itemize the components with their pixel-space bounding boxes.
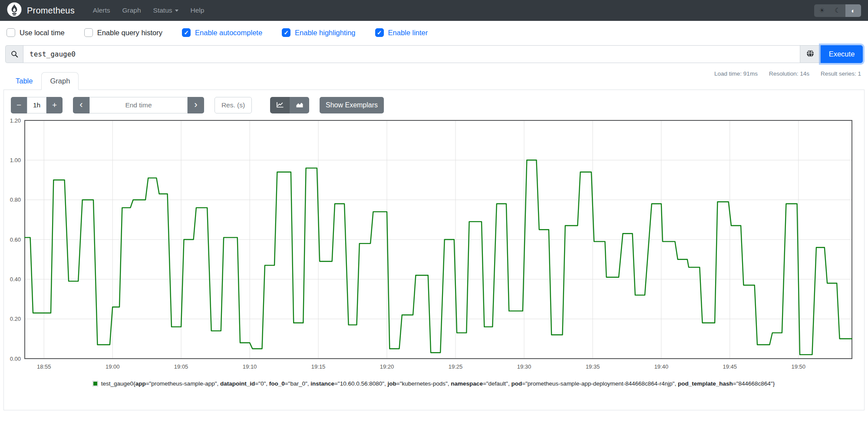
auto-theme-button[interactable]: ◐ (845, 4, 861, 17)
result-series: Result series: 1 (821, 70, 861, 77)
svg-text:19:50: 19:50 (792, 363, 806, 370)
decrease-range-button[interactable]: − (11, 97, 27, 113)
nav-link-graph[interactable]: Graph (116, 7, 147, 14)
execute-button[interactable]: Execute (821, 45, 863, 63)
option-enable-highlighting[interactable]: ✓ Enable highlighting (282, 28, 355, 37)
option-label: Enable autocomplete (195, 29, 262, 37)
svg-text:18:55: 18:55 (37, 363, 51, 370)
query-bar: Execute (5, 45, 863, 63)
svg-text:19:10: 19:10 (243, 363, 257, 370)
graph-panel: − + ‹ › Show Exemplars 0.000.200.400. (3, 90, 865, 410)
svg-text:19:40: 19:40 (654, 363, 669, 370)
load-time: Load time: 91ms (714, 70, 758, 77)
svg-text:19:20: 19:20 (380, 363, 394, 370)
svg-text:1.00: 1.00 (10, 157, 21, 163)
svg-text:19:25: 19:25 (449, 363, 463, 370)
svg-text:19:00: 19:00 (106, 363, 120, 370)
legend-text: test_gauge0{app="prometheus-sample-app",… (101, 380, 775, 387)
end-time-input[interactable] (89, 97, 188, 113)
moon-icon: ☾ (835, 7, 840, 14)
expression-input[interactable] (23, 45, 800, 63)
chart-container: 0.000.200.400.600.801.001.2018:5519:0019… (4, 119, 864, 373)
resolution-input[interactable] (215, 97, 252, 113)
graph-controls: − + ‹ › Show Exemplars (4, 97, 864, 113)
svg-text:19:15: 19:15 (311, 363, 326, 370)
option-enable-query-history[interactable]: Enable query history (84, 28, 162, 37)
search-icon (5, 45, 23, 63)
option-label: Use local time (20, 29, 65, 37)
tabs-section: Load time: 91ms Resolution: 14s Result s… (0, 70, 868, 90)
globe-icon (806, 50, 814, 59)
checkbox-checked[interactable]: ✓ (375, 28, 384, 37)
metrics-explorer-button[interactable] (800, 45, 821, 63)
option-label: Enable query history (97, 29, 162, 37)
svg-text:1.20: 1.20 (10, 119, 21, 124)
svg-text:0.00: 0.00 (10, 356, 21, 362)
svg-text:0.80: 0.80 (10, 196, 21, 203)
svg-text:0.20: 0.20 (10, 316, 21, 322)
checkbox-checked[interactable]: ✓ (182, 28, 191, 37)
tab-table[interactable]: Table (7, 72, 41, 90)
back-time-button[interactable]: ‹ (73, 97, 89, 113)
legend-swatch (93, 382, 97, 386)
option-label: Enable highlighting (295, 29, 355, 37)
area-chart-icon (296, 101, 304, 110)
forward-time-button[interactable]: › (188, 97, 204, 113)
svg-text:0.40: 0.40 (10, 276, 21, 283)
range-control: − + (11, 97, 63, 113)
nav-link-help[interactable]: Help (185, 7, 211, 14)
svg-text:0.60: 0.60 (10, 236, 21, 243)
contrast-icon: ◐ (851, 7, 855, 14)
sun-icon: ☀ (819, 7, 825, 14)
tab-graph[interactable]: Graph (41, 72, 79, 90)
option-use-local-time[interactable]: Use local time (7, 28, 65, 37)
chevron-down-icon (175, 10, 178, 12)
line-chart-icon (276, 101, 284, 110)
nav-link-alerts[interactable]: Alerts (87, 7, 116, 14)
svg-text:19:05: 19:05 (174, 363, 188, 370)
end-time-control: ‹ › (73, 97, 204, 113)
options-bar: Use local time Enable query history ✓ En… (0, 21, 868, 37)
brand-title: Prometheus (27, 6, 75, 16)
svg-text:19:35: 19:35 (586, 363, 600, 370)
resolution: Resolution: 14s (769, 70, 809, 77)
svg-text:19:45: 19:45 (723, 363, 737, 370)
brand[interactable]: Prometheus (7, 2, 75, 19)
svg-text:19:30: 19:30 (517, 363, 531, 370)
nav-links: Alerts Graph Status Help (87, 7, 211, 14)
show-exemplars-button[interactable]: Show Exemplars (320, 97, 384, 113)
stacked-chart-button[interactable] (290, 97, 309, 113)
nav-link-status[interactable]: Status (147, 7, 185, 14)
option-label: Enable linter (388, 29, 428, 37)
query-stats: Load time: 91ms Resolution: 14s Result s… (714, 70, 861, 77)
option-enable-autocomplete[interactable]: ✓ Enable autocomplete (182, 28, 262, 37)
increase-range-button[interactable]: + (46, 97, 63, 113)
checkbox-unchecked[interactable] (7, 28, 15, 37)
legend-item[interactable]: test_gauge0{app="prometheus-sample-app",… (4, 380, 864, 387)
theme-toggle-group: ☀ ☾ ◐ (814, 4, 861, 17)
line-chart-button[interactable] (270, 97, 290, 113)
option-enable-linter[interactable]: ✓ Enable linter (375, 28, 428, 37)
graph-svg[interactable]: 0.000.200.400.600.801.001.2018:5519:0019… (8, 119, 859, 372)
dark-theme-button[interactable]: ☾ (830, 4, 845, 17)
checkbox-checked[interactable]: ✓ (282, 28, 290, 37)
light-theme-button[interactable]: ☀ (814, 4, 830, 17)
range-input[interactable] (27, 97, 46, 113)
navbar: Prometheus Alerts Graph Status Help ☀ ☾ … (0, 0, 868, 21)
prometheus-logo-icon (7, 2, 22, 19)
chart-type-toggle (270, 97, 309, 113)
checkbox-unchecked[interactable] (84, 28, 93, 37)
